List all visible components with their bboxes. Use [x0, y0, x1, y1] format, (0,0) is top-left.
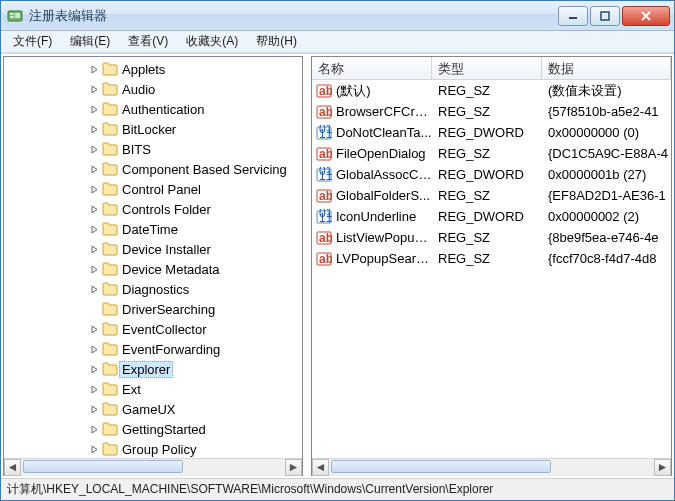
tree-item[interactable]: DriverSearching [4, 299, 302, 319]
folder-icon [102, 262, 118, 276]
statusbar: 计算机\HKEY_LOCAL_MACHINE\SOFTWARE\Microsof… [1, 478, 674, 500]
value-row[interactable]: 011110DoNotCleanTa...REG_DWORD0x00000000… [312, 122, 671, 143]
menu-item[interactable]: 文件(F) [5, 31, 60, 52]
folder-icon [102, 382, 118, 396]
tree-item[interactable]: Control Panel [4, 179, 302, 199]
scroll-track[interactable] [21, 459, 285, 476]
folder-icon [102, 222, 118, 236]
tree-item[interactable]: EventCollector [4, 319, 302, 339]
scroll-thumb[interactable] [23, 460, 183, 473]
tree-item[interactable]: DateTime [4, 219, 302, 239]
value-row[interactable]: abGlobalFolderS...REG_SZ{EF8AD2D1-AE36-1 [312, 185, 671, 206]
expand-icon[interactable] [88, 363, 100, 375]
menu-item[interactable]: 收藏夹(A) [178, 31, 246, 52]
expand-icon[interactable] [88, 243, 100, 255]
column-type[interactable]: 类型 [432, 57, 542, 79]
tree-item[interactable]: Component Based Servicing [4, 159, 302, 179]
tree-hscrollbar[interactable]: ◄ ► [4, 458, 302, 475]
tree-item[interactable]: Group Policy [4, 439, 302, 458]
expand-icon[interactable] [88, 83, 100, 95]
tree-item[interactable]: Audio [4, 79, 302, 99]
titlebar[interactable]: 注册表编辑器 [1, 1, 674, 31]
expand-icon[interactable] [88, 383, 100, 395]
scroll-right-icon[interactable]: ► [654, 459, 671, 476]
expand-icon[interactable] [88, 163, 100, 175]
tree-item[interactable]: BITS [4, 139, 302, 159]
tree-item[interactable]: Controls Folder [4, 199, 302, 219]
tree-item[interactable]: Authentication [4, 99, 302, 119]
value-name: BrowserCFCre... [336, 104, 432, 119]
value-row[interactable]: abLVPopupSearc...REG_SZ{fccf70c8-f4d7-4d… [312, 248, 671, 269]
scroll-track[interactable] [329, 459, 654, 476]
expand-icon[interactable] [88, 63, 100, 75]
menu-item[interactable]: 查看(V) [120, 31, 176, 52]
scroll-thumb[interactable] [331, 460, 551, 473]
values-pane: 名称 类型 数据 ab(默认)REG_SZ(数值未设置)abBrowserCFC… [311, 56, 672, 476]
tree-item[interactable]: Device Metadata [4, 259, 302, 279]
folder-icon [102, 242, 118, 256]
registry-tree: AppletsAudioAuthenticationBitLockerBITSC… [4, 57, 302, 458]
scroll-left-icon[interactable]: ◄ [312, 459, 329, 476]
expand-icon[interactable] [88, 283, 100, 295]
tree-label: Control Panel [122, 182, 201, 197]
value-row[interactable]: 011110GlobalAssocCh...REG_DWORD0x0000001… [312, 164, 671, 185]
string-value-icon: ab [316, 251, 332, 267]
expand-icon[interactable] [88, 203, 100, 215]
folder-icon [102, 82, 118, 96]
tree-label: Diagnostics [122, 282, 189, 297]
tree-item[interactable]: Device Installer [4, 239, 302, 259]
scroll-right-icon[interactable]: ► [285, 459, 302, 476]
menu-item[interactable]: 帮助(H) [248, 31, 305, 52]
tree-item[interactable]: Explorer [4, 359, 302, 379]
menu-item[interactable]: 编辑(E) [62, 31, 118, 52]
tree-item[interactable]: EventForwarding [4, 339, 302, 359]
expand-icon[interactable] [88, 263, 100, 275]
values-scroll[interactable]: ab(默认)REG_SZ(数值未设置)abBrowserCFCre...REG_… [312, 80, 671, 458]
values-hscrollbar[interactable]: ◄ ► [312, 458, 671, 475]
expand-icon[interactable] [88, 143, 100, 155]
expand-icon[interactable] [88, 343, 100, 355]
values-header: 名称 类型 数据 [312, 57, 671, 80]
folder-icon [102, 342, 118, 356]
tree-item[interactable]: GameUX [4, 399, 302, 419]
value-row[interactable]: ab(默认)REG_SZ(数值未设置) [312, 80, 671, 101]
svg-text:ab: ab [319, 189, 332, 203]
expand-icon[interactable] [88, 103, 100, 115]
tree-item[interactable]: Diagnostics [4, 279, 302, 299]
value-row[interactable]: abListViewPopup...REG_SZ{8be9f5ea-e746-4… [312, 227, 671, 248]
tree-item[interactable]: Applets [4, 59, 302, 79]
expand-icon[interactable] [88, 223, 100, 235]
tree-label: BitLocker [122, 122, 176, 137]
maximize-button[interactable] [590, 6, 620, 26]
column-data[interactable]: 数据 [542, 57, 671, 79]
pane-divider[interactable] [305, 54, 309, 478]
tree-label: Applets [122, 62, 165, 77]
tree-item[interactable]: GettingStarted [4, 419, 302, 439]
expand-icon[interactable] [88, 323, 100, 335]
expand-icon[interactable] [88, 183, 100, 195]
tree-pane: AppletsAudioAuthenticationBitLockerBITSC… [3, 56, 303, 476]
tree-item[interactable]: Ext [4, 379, 302, 399]
expand-icon[interactable] [88, 403, 100, 415]
close-button[interactable] [622, 6, 670, 26]
status-path: 计算机\HKEY_LOCAL_MACHINE\SOFTWARE\Microsof… [7, 481, 493, 498]
tree-scroll[interactable]: AppletsAudioAuthenticationBitLockerBITSC… [4, 57, 302, 458]
string-value-icon: ab [316, 83, 332, 99]
folder-icon [102, 62, 118, 76]
value-type: REG_SZ [432, 83, 542, 98]
value-row[interactable]: abFileOpenDialogREG_SZ{DC1C5A9C-E88A-4 [312, 143, 671, 164]
content-area: AppletsAudioAuthenticationBitLockerBITSC… [1, 53, 674, 478]
minimize-button[interactable] [558, 6, 588, 26]
folder-icon [102, 362, 118, 376]
expand-icon[interactable] [88, 123, 100, 135]
value-row[interactable]: abBrowserCFCre...REG_SZ{57f8510b-a5e2-41 [312, 101, 671, 122]
value-type: REG_DWORD [432, 209, 542, 224]
column-name[interactable]: 名称 [312, 57, 432, 79]
expand-icon[interactable] [88, 423, 100, 435]
value-type: REG_SZ [432, 146, 542, 161]
tree-item[interactable]: BitLocker [4, 119, 302, 139]
scroll-left-icon[interactable]: ◄ [4, 459, 21, 476]
expand-icon[interactable] [88, 303, 100, 315]
value-row[interactable]: 011110IconUnderlineREG_DWORD0x00000002 (… [312, 206, 671, 227]
expand-icon[interactable] [88, 443, 100, 455]
